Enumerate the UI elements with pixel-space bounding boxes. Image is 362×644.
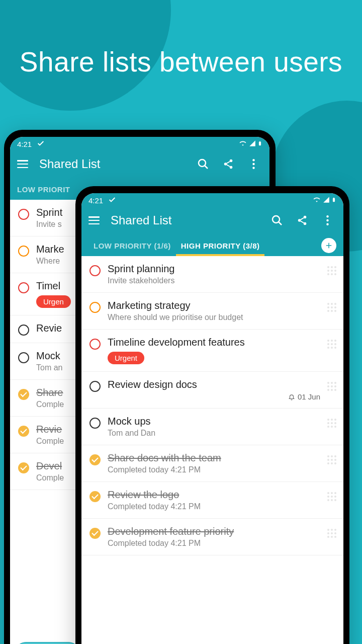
svg-point-12 <box>304 222 307 225</box>
quick-add-button[interactable]: Quick add <box>14 642 80 644</box>
task-title: Review the logo <box>108 489 320 501</box>
svg-point-3 <box>224 163 227 166</box>
search-icon[interactable] <box>271 214 283 226</box>
priority-circle-icon[interactable] <box>18 246 29 257</box>
drag-handle-icon[interactable] <box>327 340 337 349</box>
task-subtitle: Completed today 4:21 PM <box>108 539 320 548</box>
svg-point-15 <box>326 223 328 225</box>
done-circle-icon[interactable] <box>18 389 29 400</box>
svg-point-4 <box>230 166 233 169</box>
menu-icon[interactable] <box>17 160 28 168</box>
done-circle-icon[interactable] <box>18 426 29 437</box>
priority-circle-icon[interactable] <box>89 302 101 313</box>
svg-point-8 <box>273 216 280 223</box>
page-title: Shared List <box>39 157 186 171</box>
task-subtitle: Where should we prioritise our budget <box>108 313 320 322</box>
priority-circle-icon[interactable] <box>89 265 101 276</box>
marketing-headline: Share lists between users <box>0 45 362 78</box>
svg-point-13 <box>326 215 328 217</box>
drag-handle-icon[interactable] <box>327 303 337 312</box>
task-title: Share docs with the team <box>108 452 320 464</box>
status-time: 4:21 <box>17 140 32 148</box>
wifi-icon <box>312 196 321 205</box>
priority-circle-icon[interactable] <box>18 325 29 336</box>
done-circle-icon[interactable] <box>89 528 101 539</box>
svg-point-14 <box>326 219 328 221</box>
svg-point-11 <box>298 219 301 222</box>
task-title: Timeline development features <box>108 337 320 348</box>
svg-line-1 <box>205 166 208 169</box>
done-circle-icon[interactable] <box>89 454 101 465</box>
done-circle-icon[interactable] <box>89 491 101 502</box>
add-tab-button[interactable] <box>321 238 336 253</box>
task-title: Mock ups <box>108 416 320 427</box>
drag-handle-icon[interactable] <box>327 529 337 538</box>
list-item[interactable]: Timeline development featuresUrgent <box>81 330 343 372</box>
priority-circle-icon[interactable] <box>89 418 101 429</box>
status-bar: 4:21 <box>81 193 343 207</box>
task-title: Review design docs <box>108 379 320 390</box>
priority-circle-icon[interactable] <box>18 352 29 363</box>
priority-circle-icon[interactable] <box>89 339 101 350</box>
share-icon[interactable] <box>296 214 308 226</box>
task-title: Development feature priority <box>108 526 320 537</box>
share-icon[interactable] <box>222 158 234 170</box>
menu-icon[interactable] <box>88 216 100 224</box>
svg-point-10 <box>304 216 307 219</box>
tab-low-priority[interactable]: LOW PRIORIT <box>17 178 75 200</box>
reminder-date: 01 Jun <box>108 392 320 401</box>
more-icon[interactable] <box>321 214 333 226</box>
task-subtitle: Tom and Dan <box>108 429 320 438</box>
task-title: Sprint planning <box>108 263 320 275</box>
task-title: Marketing strategy <box>108 300 320 311</box>
priority-circle-icon[interactable] <box>18 282 29 293</box>
list-item[interactable]: Share docs with the teamCompleted today … <box>81 445 343 482</box>
drag-handle-icon[interactable] <box>327 419 337 428</box>
svg-point-7 <box>252 167 254 169</box>
task-list: Sprint planningInvite stakeholders Marke… <box>81 256 343 644</box>
priority-circle-icon[interactable] <box>89 381 101 392</box>
svg-point-0 <box>199 159 206 167</box>
signal-icon <box>322 196 330 205</box>
signal-icon <box>248 140 256 148</box>
drag-handle-icon[interactable] <box>327 382 337 391</box>
status-time: 4:21 <box>88 196 103 205</box>
priority-circle-icon[interactable] <box>18 209 29 220</box>
urgent-badge: Urgent <box>108 352 144 364</box>
check-icon <box>108 196 116 205</box>
list-item[interactable]: Development feature priorityCompleted to… <box>81 519 343 555</box>
search-icon[interactable] <box>197 158 209 170</box>
tab-low-priority[interactable]: LOW PRIORITY (1/6) <box>88 234 176 256</box>
done-circle-icon[interactable] <box>18 462 29 473</box>
drag-handle-icon[interactable] <box>327 455 337 464</box>
more-icon[interactable] <box>247 158 259 170</box>
app-bar: Shared List <box>81 207 343 234</box>
battery-icon <box>331 196 336 205</box>
svg-point-2 <box>230 159 233 163</box>
urgent-badge: Urgen <box>36 295 71 308</box>
list-item[interactable]: Review the logoCompleted today 4:21 PM <box>81 482 343 519</box>
svg-line-9 <box>279 222 282 225</box>
status-bar: 4:21 <box>10 137 269 151</box>
check-icon <box>37 139 45 149</box>
page-title: Shared List <box>111 213 260 227</box>
wifi-icon <box>238 140 247 148</box>
phone-front: 4:21 Shared List LOW PRIORITY (1/6) HIGH… <box>75 186 349 644</box>
task-subtitle: Invite stakeholders <box>108 276 320 285</box>
drag-handle-icon[interactable] <box>327 266 337 275</box>
tab-high-priority[interactable]: HIGH PRIORITY (3/8) <box>176 234 265 256</box>
list-item[interactable]: Mock upsTom and Dan <box>81 409 343 445</box>
list-item[interactable]: Sprint planningInvite stakeholders <box>81 256 343 293</box>
bell-icon <box>288 393 295 400</box>
drag-handle-icon[interactable] <box>327 492 337 501</box>
task-subtitle: Completed today 4:21 PM <box>108 502 320 511</box>
svg-point-6 <box>252 163 254 165</box>
app-bar: Shared List <box>10 151 269 178</box>
list-item[interactable]: Review design docs01 Jun <box>81 372 343 409</box>
list-item[interactable]: Marketing strategyWhere should we priori… <box>81 293 343 330</box>
battery-icon <box>257 139 262 149</box>
svg-point-5 <box>252 159 254 161</box>
tab-bar: LOW PRIORITY (1/6) HIGH PRIORITY (3/8) <box>81 234 343 256</box>
task-subtitle: Completed today 4:21 PM <box>108 465 320 474</box>
